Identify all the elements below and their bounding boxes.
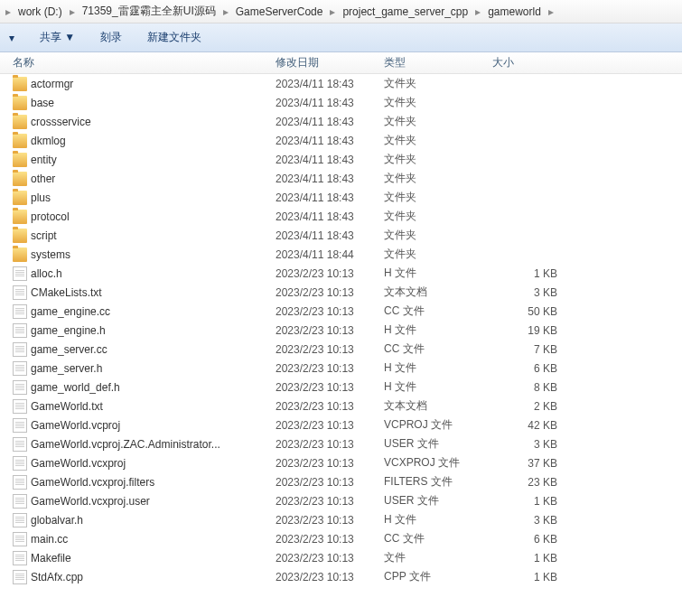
file-type: H 文件 [384,379,492,395]
chevron-right-icon: ▸ [328,5,337,18]
file-type: H 文件 [384,360,492,376]
file-icon [13,380,27,395]
file-type: 文本文档 [384,285,492,300]
burn-button[interactable]: 刻录 [100,30,122,45]
file-row[interactable]: dkmlog2023/4/11 18:43文件夹 [0,131,682,150]
file-row[interactable]: StdAfx.cpp2023/2/23 10:13CPP 文件1 KB [0,567,682,586]
file-name: Makefile [31,552,276,565]
file-row[interactable]: other2023/4/11 18:43文件夹 [0,169,682,188]
file-type: CC 文件 [384,341,492,357]
file-row[interactable]: globalvar.h2023/2/23 10:13H 文件3 KB [0,510,682,529]
file-name: entity [31,154,276,166]
file-type: H 文件 [384,322,492,338]
file-date: 2023/2/23 10:13 [276,286,384,299]
file-size: 8 KB [492,381,574,394]
file-size: 50 KB [492,305,574,318]
file-type: H 文件 [384,266,492,281]
file-row[interactable]: Makefile2023/2/23 10:13文件1 KB [0,548,682,567]
new-folder-button[interactable]: 新建文件夹 [147,30,201,45]
file-icon [13,323,27,338]
file-type: 文件夹 [384,152,492,167]
file-name: GameWorld.vcproj.ZAC.Administrator... [31,438,276,451]
file-type: USER 文件 [384,436,492,452]
file-row[interactable]: game_server.h2023/2/23 10:13H 文件6 KB [0,359,682,378]
file-name: dkmlog [31,135,276,147]
file-row[interactable]: actormgr2023/4/11 18:43文件夹 [0,74,682,93]
file-name: StdAfx.cpp [31,571,276,583]
breadcrumb-item[interactable]: work (D:) [13,5,68,18]
file-date: 2023/4/11 18:43 [276,97,384,109]
file-size: 3 KB [492,514,574,527]
breadcrumb-item[interactable]: 71359_雷霆霸主全新UI源码 [77,4,221,19]
file-date: 2023/2/23 10:13 [276,400,384,413]
file-row[interactable]: GameWorld.txt2023/2/23 10:13文本文档2 KB [0,397,682,415]
folder-icon [13,210,27,224]
file-name: other [31,173,276,185]
file-size: 19 KB [492,324,574,337]
file-size: 37 KB [492,457,574,470]
chevron-right-icon: ▸ [221,5,230,18]
file-icon [13,304,27,319]
file-icon [13,418,27,433]
breadcrumb-item[interactable]: gameworld [482,5,547,18]
column-header-size[interactable]: 大小 [492,55,574,70]
file-type: CPP 文件 [384,569,492,584]
file-type: VCPROJ 文件 [384,417,492,433]
chevron-right-icon: ▸ [547,5,556,18]
file-date: 2023/2/23 10:13 [276,476,384,489]
file-row[interactable]: crossservice2023/4/11 18:43文件夹 [0,112,682,131]
file-date: 2023/2/23 10:13 [276,343,384,356]
file-date: 2023/2/23 10:13 [276,419,384,432]
chevron-down-icon: ▼ [64,31,75,43]
file-row[interactable]: entity2023/4/11 18:43文件夹 [0,150,682,169]
file-row[interactable]: script2023/4/11 18:43文件夹 [0,226,682,245]
file-row[interactable]: GameWorld.vcxproj.user2023/2/23 10:13USE… [0,491,682,510]
breadcrumb-item[interactable]: project_game_server_cpp [337,5,473,18]
toolbar: ▾ 共享 ▼ 刻录 新建文件夹 [0,23,682,52]
file-date: 2023/2/23 10:13 [276,533,384,546]
file-type: 文件夹 [384,95,492,110]
file-row[interactable]: game_engine.h2023/2/23 10:13H 文件19 KB [0,321,682,340]
file-row[interactable]: protocol2023/4/11 18:43文件夹 [0,207,682,226]
file-row[interactable]: plus2023/4/11 18:43文件夹 [0,188,682,207]
file-name: GameWorld.vcxproj.filters [31,476,276,489]
column-headers: 名称 修改日期 类型 大小 [0,52,682,74]
file-row[interactable]: GameWorld.vcxproj.filters2023/2/23 10:13… [0,472,682,491]
file-icon [13,266,27,281]
file-row[interactable]: GameWorld.vcxproj2023/2/23 10:13VCXPROJ … [0,453,682,472]
file-icon [13,532,27,546]
share-button[interactable]: 共享 ▼ [40,30,75,45]
file-size: 1 KB [492,552,574,565]
file-date: 2023/2/23 10:13 [276,324,384,337]
file-name: game_server.cc [31,343,276,356]
file-name: game_world_def.h [31,381,276,394]
file-name: crossservice [31,116,276,128]
breadcrumb[interactable]: ▸ work (D:) ▸ 71359_雷霆霸主全新UI源码 ▸ GameSer… [0,0,682,23]
column-header-type[interactable]: 类型 [384,55,492,70]
file-date: 2023/4/11 18:43 [276,135,384,147]
file-row[interactable]: systems2023/4/11 18:44文件夹 [0,245,682,264]
file-row[interactable]: GameWorld.vcproj.ZAC.Administrator...202… [0,434,682,453]
file-name: game_server.h [31,362,276,375]
file-icon [13,551,27,565]
file-name: GameWorld.vcxproj [31,457,276,470]
column-header-date[interactable]: 修改日期 [276,55,384,70]
folder-icon [13,115,27,129]
file-row[interactable]: game_server.cc2023/2/23 10:13CC 文件7 KB [0,340,682,359]
file-type: 文本文档 [384,398,492,414]
chevron-right-icon: ▸ [473,5,482,18]
file-row[interactable]: base2023/4/11 18:43文件夹 [0,93,682,112]
file-name: GameWorld.vcproj [31,419,276,432]
column-header-name[interactable]: 名称 [0,55,276,70]
file-row[interactable]: main.cc2023/2/23 10:13CC 文件6 KB [0,529,682,548]
file-name: protocol [31,210,276,223]
file-row[interactable]: CMakeLists.txt2023/2/23 10:13文本文档3 KB [0,283,682,302]
file-row[interactable]: GameWorld.vcproj2023/2/23 10:13VCPROJ 文件… [0,415,682,434]
file-name: GameWorld.vcxproj.user [31,495,276,508]
file-type: CC 文件 [384,303,492,319]
breadcrumb-item[interactable]: GameServerCode [230,5,329,18]
file-icon [13,437,27,452]
file-row[interactable]: game_engine.cc2023/2/23 10:13CC 文件50 KB [0,302,682,321]
file-row[interactable]: alloc.h2023/2/23 10:13H 文件1 KB [0,264,682,283]
file-row[interactable]: game_world_def.h2023/2/23 10:13H 文件8 KB [0,378,682,397]
